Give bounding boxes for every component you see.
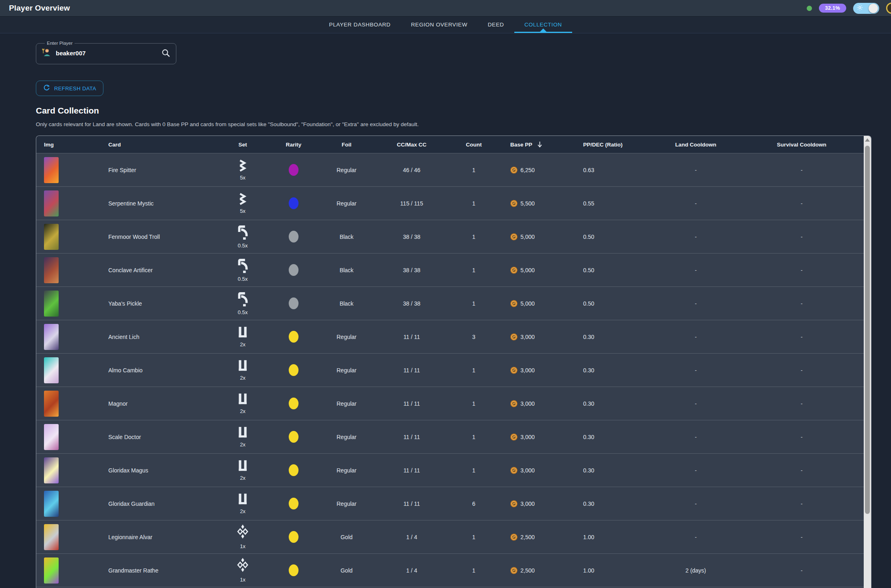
- count-cell: 1: [440, 200, 507, 207]
- card-image: [44, 324, 59, 350]
- table-row[interactable]: Conclave Artificer0.5xBlack38 / 3815,000…: [36, 253, 864, 286]
- tab-player-dashboard[interactable]: PLAYER DASHBOARD: [319, 16, 401, 33]
- table-row[interactable]: Almo Cambio2xRegular11 / 1113,0000.30--: [36, 353, 864, 387]
- card-name: Grandmaster Rathe: [108, 567, 158, 574]
- card-image: [44, 424, 59, 450]
- set-multiplier: 2x: [240, 341, 246, 348]
- table-row[interactable]: Serpentine Mystic5xRegular115 / 11515,50…: [36, 186, 864, 220]
- cc-value: 1 / 4: [406, 534, 417, 540]
- card-image: [44, 224, 59, 250]
- land-cooldown-value: 2 (days): [685, 567, 706, 574]
- tab-region-overview[interactable]: REGION OVERVIEW: [401, 16, 478, 33]
- count-value: 1: [472, 167, 476, 173]
- nav-tab-bar: PLAYER DASHBOARDREGION OVERVIEWDEEDCOLLE…: [0, 16, 891, 33]
- player-input-field[interactable]: Enter Player beaker007: [36, 41, 176, 64]
- card-name-cell: Grandmaster Rathe: [101, 567, 208, 574]
- column-header-foil[interactable]: Foil: [310, 142, 383, 148]
- column-header-set[interactable]: Set: [208, 142, 277, 148]
- land-cooldown-value: -: [695, 434, 697, 440]
- survival-cooldown-cell: -: [740, 234, 864, 240]
- pp-coin-icon: [510, 467, 518, 474]
- table-row[interactable]: Fire Spitter5xRegular46 / 4616,2500.63--: [36, 153, 864, 186]
- foil-cell: Black: [310, 300, 383, 307]
- pp-dec-value: 0.50: [583, 267, 594, 273]
- set-multiplier: 5x: [240, 175, 246, 181]
- column-header-rarity[interactable]: Rarity: [277, 142, 310, 148]
- theme-toggle[interactable]: [853, 3, 879, 14]
- column-header-survival-cooldown[interactable]: Survival Cooldown: [740, 142, 864, 148]
- foil-value: Regular: [336, 167, 356, 173]
- base-pp-cell: 2,500: [507, 533, 578, 541]
- tab-deed[interactable]: DEED: [478, 16, 514, 33]
- cc-cell: 1 / 4: [383, 567, 440, 574]
- set-cell: 0.5x: [208, 291, 277, 315]
- table-row[interactable]: Ancient Lich2xRegular11 / 1133,0000.30--: [36, 320, 864, 353]
- table-row[interactable]: Yaba's Pickle0.5xBlack38 / 3815,0000.50-…: [36, 286, 864, 320]
- scrollbar-thumb[interactable]: [865, 146, 870, 514]
- column-header-pp-dec-ratio[interactable]: PP/DEC (Ratio): [578, 142, 652, 148]
- card-name-cell: Fire Spitter: [101, 167, 208, 173]
- set-untamed-icon: [237, 326, 248, 339]
- count-value: 1: [472, 400, 476, 407]
- pp-dec-value: 0.63: [583, 167, 594, 173]
- scroll-up-arrow-icon[interactable]: [864, 136, 871, 144]
- column-header-land-cooldown[interactable]: Land Cooldown: [652, 142, 740, 148]
- set-untamed-icon: [237, 493, 248, 506]
- app-bar: Player Overview 32.1%: [0, 0, 891, 16]
- cc-cell: 11 / 11: [383, 400, 440, 407]
- coin-avatar-icon[interactable]: [886, 2, 891, 14]
- column-header-img[interactable]: Img: [36, 142, 101, 148]
- player-input-value[interactable]: beaker007: [56, 50, 161, 57]
- search-icon[interactable]: [161, 48, 170, 57]
- table-row[interactable]: Magnor2xRegular11 / 1113,0000.30--: [36, 387, 864, 420]
- pp-dec-cell: 0.30: [578, 467, 652, 474]
- cc-value: 11 / 11: [404, 434, 420, 440]
- toggle-knob[interactable]: [869, 4, 878, 13]
- card-name: Yaba's Pickle: [108, 300, 142, 307]
- table-row[interactable]: Gloridax Guardian2xRegular11 / 1163,0000…: [36, 487, 864, 520]
- rarity-cell: [277, 164, 310, 176]
- column-header-base-pp[interactable]: Base PP: [507, 141, 578, 148]
- foil-cell: Regular: [310, 334, 383, 340]
- column-header-card[interactable]: Card: [101, 142, 208, 148]
- tab-collection[interactable]: COLLECTION: [514, 16, 572, 33]
- column-header-count[interactable]: Count: [440, 142, 507, 148]
- base-pp-cell: 3,000: [507, 500, 578, 507]
- foil-cell: Regular: [310, 200, 383, 207]
- card-thumbnail: [36, 457, 101, 483]
- survival-cooldown-cell: -: [740, 567, 864, 574]
- table-row[interactable]: Gloridax Magus2xRegular11 / 1113,0000.30…: [36, 453, 864, 487]
- set-multiplier: 2x: [240, 475, 246, 481]
- rarity-dot-legendary: [289, 331, 298, 343]
- foil-cell: Gold: [310, 534, 383, 540]
- card-collection-table: ImgCardSetRarityFoilCC/Max CCCountBase P…: [36, 136, 871, 588]
- pp-dec-cell: 0.30: [578, 367, 652, 374]
- land-cooldown-cell: -: [652, 534, 740, 540]
- cc-cell: 38 / 38: [383, 234, 440, 240]
- set-cell: 1x: [208, 525, 277, 549]
- column-header-cc-max-cc[interactable]: CC/Max CC: [383, 142, 440, 148]
- count-cell: 1: [440, 367, 507, 374]
- cc-value: 38 / 38: [403, 300, 421, 307]
- survival-cooldown-value: -: [801, 267, 803, 273]
- card-name: Legionnaire Alvar: [108, 534, 152, 540]
- survival-cooldown-value: -: [801, 534, 803, 540]
- set-cell: 5x: [208, 159, 277, 181]
- land-cooldown-value: -: [695, 300, 697, 307]
- refresh-data-button[interactable]: REFRESH DATA: [36, 81, 103, 96]
- table-row[interactable]: Scale Doctor2xRegular11 / 1113,0000.30--: [36, 420, 864, 453]
- land-cooldown-value: -: [695, 200, 697, 207]
- survival-cooldown-value: -: [801, 400, 803, 407]
- set-icon: [236, 225, 249, 241]
- table-row[interactable]: Legionnaire Alvar1xGold1 / 412,5001.00--: [36, 520, 864, 553]
- refresh-button-label: REFRESH DATA: [54, 85, 96, 92]
- land-cooldown-cell: -: [652, 300, 740, 307]
- table-row[interactable]: Fenmoor Wood Troll0.5xBlack38 / 3815,000…: [36, 220, 864, 253]
- card-name: Fenmoor Wood Troll: [108, 234, 160, 240]
- card-name: Ancient Lich: [108, 334, 139, 340]
- base-pp-cell: 2,500: [507, 567, 578, 574]
- cc-value: 38 / 38: [403, 234, 421, 240]
- table-scrollbar[interactable]: [864, 136, 871, 588]
- table-row[interactable]: Grandmaster Rathe1xGold1 / 412,5001.002 …: [36, 553, 864, 587]
- set-untamed-icon: [237, 426, 248, 439]
